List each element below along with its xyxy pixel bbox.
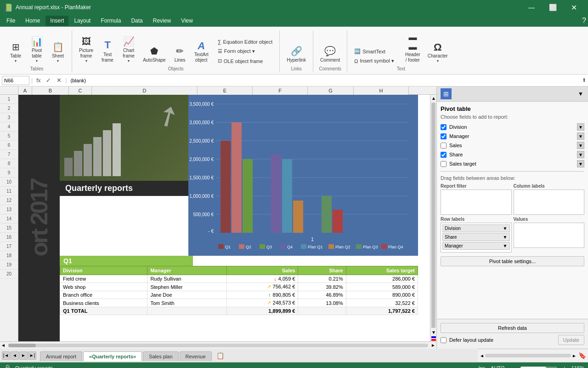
division-dropdown[interactable]: ▼ xyxy=(577,123,584,131)
lines-button[interactable]: ✏ Lines xyxy=(170,43,190,65)
scroll-right-button[interactable]: ► xyxy=(431,343,435,348)
h-scroll-left[interactable]: ◄ xyxy=(480,353,484,358)
sheet-tab-quarterly-reports[interactable]: «Quarterly reports» xyxy=(83,351,142,361)
share-dropdown[interactable]: ▼ xyxy=(577,151,584,158)
row-label-manager[interactable]: Manager ▼ xyxy=(442,242,510,250)
formula-expand-icon[interactable]: ⬆ xyxy=(582,77,586,83)
chart-frame-button[interactable]: 📈 Chartframe ▾ xyxy=(119,34,139,65)
col-header-e[interactable]: E xyxy=(198,86,253,95)
menu-layout[interactable]: Layout xyxy=(69,16,95,26)
h-scroll-area[interactable]: ◄ ► 🔖 xyxy=(478,349,588,362)
maximize-button[interactable]: ⬜ xyxy=(542,0,563,15)
formula-function-icon[interactable]: fx xyxy=(34,77,42,84)
row-num-20[interactable]: 20 xyxy=(0,270,18,279)
menu-insert[interactable]: Insert xyxy=(45,16,68,26)
row-num-19[interactable]: 19 xyxy=(0,260,18,270)
row-num-3[interactable]: 3 xyxy=(0,113,18,122)
cell-reference-input[interactable] xyxy=(2,76,29,85)
sales-target-dropdown[interactable]: ▼ xyxy=(577,160,584,167)
help-button[interactable]: ? xyxy=(582,17,586,25)
minimize-button[interactable]: — xyxy=(521,0,542,15)
pivot-table-button[interactable]: 📊 Pivottable ▾ xyxy=(27,34,47,65)
equation-editor-button[interactable]: ∑ Equation Editor object xyxy=(215,38,276,46)
menu-formula[interactable]: Formula xyxy=(96,16,125,26)
header-footer-button[interactable]: ▬▬ Header/ footer xyxy=(402,30,424,65)
sales-dropdown[interactable]: ▼ xyxy=(577,142,584,149)
report-filter-drop[interactable] xyxy=(441,190,512,215)
row-num-5[interactable]: 5 xyxy=(0,132,18,141)
row-label-share[interactable]: Share ▼ xyxy=(442,233,510,241)
formula-confirm-icon[interactable]: ✓ xyxy=(44,76,53,84)
manager-dropdown[interactable]: ▼ xyxy=(577,132,584,140)
zoom-out-button[interactable]: — xyxy=(510,365,515,368)
row-label-division[interactable]: Division ▼ xyxy=(442,224,510,232)
row-num-2[interactable]: 2 xyxy=(0,104,18,113)
menu-review[interactable]: Review xyxy=(148,16,175,26)
menu-view[interactable]: View xyxy=(176,16,198,26)
col-header-d[interactable]: D xyxy=(92,86,198,95)
col-header-b[interactable]: B xyxy=(32,86,69,95)
row-num-13[interactable]: 13 xyxy=(0,205,18,214)
menu-data[interactable]: Data xyxy=(126,16,147,26)
share-checkbox[interactable] xyxy=(441,152,447,158)
sheet-tab-sales-plan[interactable]: Sales plan xyxy=(143,351,178,361)
add-sheet-button[interactable]: 📋 xyxy=(213,350,228,361)
smarttext-button[interactable]: 🔤 SmartText xyxy=(351,47,397,56)
zoom-in-button[interactable]: + xyxy=(563,365,565,368)
row-num-7[interactable]: 7 xyxy=(0,150,18,159)
menu-file[interactable]: File xyxy=(2,16,20,26)
sales-target-checkbox[interactable] xyxy=(441,161,447,167)
row-num-1[interactable]: 1 xyxy=(0,95,18,104)
sheet-tab-revenue[interactable]: Revenue xyxy=(180,351,212,361)
sales-checkbox[interactable] xyxy=(441,143,447,149)
text-frame-button[interactable]: T Textframe xyxy=(97,37,118,65)
formula-cancel-icon[interactable]: ✕ xyxy=(55,76,63,84)
row-labels-drop[interactable]: Division ▼ Share ▼ Manager ▼ xyxy=(441,223,512,253)
row-num-12[interactable]: 12 xyxy=(0,196,18,205)
h-scroll-right[interactable]: ► xyxy=(572,353,577,358)
values-drop[interactable] xyxy=(514,223,585,248)
manager-checkbox[interactable] xyxy=(441,133,447,139)
row-num-14[interactable]: 14 xyxy=(0,214,18,224)
row-num-9[interactable]: 9 xyxy=(0,168,18,178)
scroll-up-button[interactable]: ▲ xyxy=(430,95,436,102)
row-num-8[interactable]: 8 xyxy=(0,159,18,168)
tab-prev-button[interactable]: ◄ xyxy=(11,351,19,360)
autoshape-button[interactable]: ⬟ AutoShape xyxy=(140,43,169,65)
pivot-panel-expand[interactable]: ▼ xyxy=(577,90,584,98)
sheet-button[interactable]: 📋 Sheet ▾ xyxy=(48,39,68,65)
textart-button[interactable]: A TextArtobject xyxy=(191,38,212,65)
row-num-18[interactable]: 18 xyxy=(0,251,18,260)
row-num-11[interactable]: 11 xyxy=(0,187,18,196)
scroll-down-button[interactable]: ▼ xyxy=(430,329,436,336)
form-object-button[interactable]: ☰ Form object ▾ xyxy=(215,47,276,56)
tab-last-button[interactable]: ►| xyxy=(28,351,36,360)
character-button[interactable]: Ω Character ▾ xyxy=(424,39,451,65)
formula-input[interactable] xyxy=(69,76,580,85)
row-num-15[interactable]: 15 xyxy=(0,224,18,233)
menu-home[interactable]: Home xyxy=(21,16,45,26)
picture-frame-button[interactable]: 🖼 Pictureframe ▾ xyxy=(76,34,96,65)
sheet-options-button[interactable]: 🔖 xyxy=(578,352,586,359)
scroll-thumb[interactable] xyxy=(431,103,435,328)
col-header-h[interactable]: H xyxy=(354,86,409,95)
row-num-4[interactable]: 4 xyxy=(0,122,18,132)
col-header-g[interactable]: G xyxy=(308,86,354,95)
h-scroll-bar[interactable] xyxy=(485,354,571,357)
pivot-settings-button[interactable]: Pivot table settings... xyxy=(441,256,584,266)
table-button[interactable]: ⊞ Table ▾ xyxy=(6,39,26,65)
row-num-10[interactable]: 10 xyxy=(0,178,18,187)
sheet-tab-annual-report[interactable]: Annual report xyxy=(40,351,82,361)
insert-symbol-button[interactable]: Ω Insert symbol ▾ xyxy=(351,57,397,65)
h-scroll-thumb[interactable] xyxy=(8,344,36,347)
division-checkbox[interactable] xyxy=(441,124,447,130)
bar-chart[interactable]: 3,500,000 € 3,000,000 € 2,500,000 € 2,00… xyxy=(188,95,418,256)
row-num-6[interactable]: 6 xyxy=(0,141,18,150)
defer-layout-checkbox[interactable] xyxy=(441,337,447,343)
col-header-a[interactable]: A xyxy=(18,86,32,95)
vertical-scrollbar[interactable]: ▲ ▼ xyxy=(430,95,436,341)
comment-button[interactable]: 💬 Comment xyxy=(317,43,343,65)
update-button[interactable]: Update xyxy=(558,335,584,345)
col-header-f[interactable]: F xyxy=(253,86,308,95)
hyperlink-button[interactable]: 🔗 Hyperlink xyxy=(283,43,309,65)
